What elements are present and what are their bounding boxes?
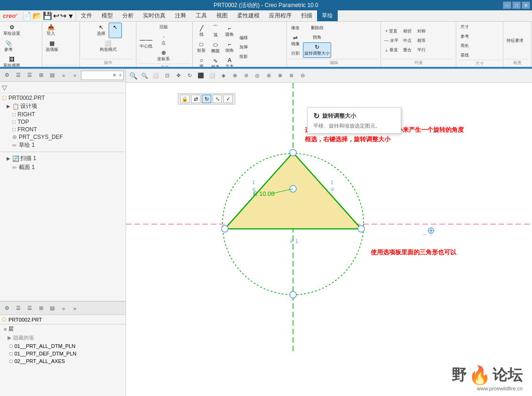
layer-item-2[interactable]: □ 01__PRT_DEF_DTM_PLN (0, 350, 126, 357)
tree-top[interactable]: □ TOP (1, 118, 125, 126)
divide-btn[interactable]: 分割 (289, 49, 302, 58)
vertical-btn[interactable]: + 竖直 (383, 27, 400, 36)
layer-root[interactable]: ⬡ PRT0002.PRT (0, 315, 126, 324)
coordinate-btn[interactable]: ⊕ 坐标系 (156, 48, 171, 64)
import-btn[interactable]: 📥 导入 (44, 23, 57, 38)
menu-applications[interactable]: 应用程序 (264, 10, 296, 21)
vp-zoom-fit[interactable]: ⊡ (162, 71, 172, 81)
layer-settings-btn[interactable]: ⚙ (2, 304, 12, 313)
mini-confirm-btn[interactable]: ✓ (223, 95, 233, 103)
layer-item-3[interactable]: □ 02__PRT_ALL_AXES (0, 357, 126, 365)
tree-search-input[interactable] (81, 73, 111, 78)
sketch-view-btn[interactable]: 🖼 草绘视图 (2, 55, 22, 68)
old-btn[interactable]: 旧版 (156, 23, 171, 32)
delete-btn[interactable]: 删除段 (303, 24, 331, 32)
tree-section[interactable]: ✏ 截面 1 (1, 163, 125, 172)
layer-more-btn[interactable]: » (58, 304, 69, 313)
feature-req-btn[interactable]: 特征要求 (505, 36, 525, 45)
vp-zoom-in[interactable]: 🔍 (128, 71, 138, 81)
tree-expand-btn[interactable]: ⊞ (36, 71, 46, 80)
tree-front[interactable]: □ FRONT (1, 126, 125, 133)
text-btn[interactable]: A文本 (223, 56, 236, 68)
fillet2-btn[interactable]: 拐角 (303, 33, 331, 42)
symmetric-btn[interactable]: 对称 (415, 27, 428, 36)
mini-scale-btn[interactable]: ⤡ (213, 95, 222, 103)
tangent-btn[interactable]: 相切 (401, 27, 414, 36)
maximize-button[interactable]: □ (512, 1, 521, 9)
dimension-btn[interactable]: 尺寸 (458, 23, 471, 32)
horizontal-btn[interactable]: — 水平 (383, 36, 400, 45)
vp-zoom-box[interactable]: ⬜ (151, 71, 161, 81)
arc-btn[interactable]: ⌒弧 (209, 23, 222, 40)
point-btn[interactable]: · 点 (156, 32, 171, 48)
parallel-btn[interactable]: 平行 (415, 46, 428, 55)
hidden-items-row[interactable]: ▶ 隐藏的项 (0, 333, 126, 342)
menu-flex-modeling[interactable]: 柔性建模 (232, 10, 264, 21)
tree-sketch1[interactable]: ✏ 草绘 1 (1, 141, 125, 150)
toolbar-save[interactable]: 💾 (43, 11, 52, 20)
menu-model[interactable]: 模型 (97, 10, 118, 21)
handle-top[interactable] (290, 149, 296, 156)
construct-mode-btn[interactable]: ⬜ 构造模式 (98, 39, 118, 54)
select-active-btn[interactable]: ↖ (109, 23, 122, 38)
mini-lock-btn[interactable]: 🔒 (180, 95, 190, 103)
layer-filter-btn[interactable]: ▤ (47, 304, 57, 313)
tree-more-btn[interactable]: » (58, 71, 69, 80)
mini-move-btn[interactable]: ⇄ (191, 95, 200, 103)
line-btn[interactable]: ╱线 (195, 24, 208, 39)
vp-rotate[interactable]: ↻ (184, 71, 195, 81)
layer-list-btn[interactable]: ☰ (13, 304, 24, 313)
vp-shaded[interactable]: ⬜ (207, 71, 217, 81)
reference-dim-btn[interactable]: 参考 (458, 32, 471, 41)
tree-search-go[interactable]: + (118, 71, 123, 80)
menu-simulation[interactable]: 实时仿真 (138, 10, 170, 21)
tree-root[interactable]: ⬡ PRT0002.PRT (1, 94, 125, 102)
toolbar-new[interactable]: 📄 (22, 11, 32, 20)
toolbar-more[interactable]: ▼ (67, 12, 74, 20)
tree-list2-btn[interactable]: ☰ (24, 71, 35, 80)
equal-btn[interactable]: 相等 (415, 36, 428, 45)
reference-btn[interactable]: 📎 参考 (2, 39, 15, 54)
midpoint-btn[interactable]: 中点 (401, 36, 414, 45)
fillet-btn[interactable]: ⌐圆角 (223, 24, 236, 39)
layer-more2-btn[interactable]: » (70, 304, 80, 313)
vp-display5[interactable]: ⊜ (286, 71, 296, 81)
vp-display1[interactable]: ⊘ (241, 71, 251, 81)
spline-btn[interactable]: ∿样条 (209, 56, 222, 68)
vp-display4[interactable]: ⊗ (275, 71, 285, 81)
layer-item-1[interactable]: □ 01__PRT_ALL_DTM_PLN (0, 342, 126, 350)
mirror-btn[interactable]: ⇌镜像 (289, 33, 302, 48)
menu-scan[interactable]: 扫描 (296, 10, 317, 21)
vp-display6[interactable]: ⊝ (297, 71, 308, 81)
sketch-setup-btn[interactable]: ⚙ 草绘设置 (2, 23, 22, 38)
vp-display2[interactable]: ◎ (252, 71, 262, 81)
vp-zoom-out[interactable]: 🔍 (139, 71, 150, 81)
handle-bottom-circle[interactable] (290, 291, 296, 298)
toolbar-redo[interactable]: ↪ (60, 11, 66, 20)
creo-logo[interactable]: creo° (0, 10, 20, 21)
tree-more2-btn[interactable]: » (70, 71, 80, 80)
close-button[interactable]: ✕ (522, 1, 530, 9)
baseline-btn[interactable]: 基线 (458, 51, 471, 60)
viewport[interactable]: 🔍 🔍 ⬜ ⊡ ✥ ↻ ⬛ ⬜ ◈ ⊕ ⊘ ◎ ⊛ ⊗ ⊜ ⊝ 🔒 ⇄ ↻ (126, 69, 532, 396)
modify-btn[interactable]: 修改 (289, 24, 302, 32)
menu-file[interactable]: 文件 (76, 10, 97, 21)
tree-filter2-btn[interactable]: ▤ (47, 71, 57, 80)
circumference-btn[interactable]: 周长 (458, 41, 471, 50)
mini-rotate-btn[interactable]: ↻ (202, 95, 211, 103)
menu-analysis[interactable]: 分析 (118, 10, 138, 21)
layer-list2-btn[interactable]: ☰ (24, 304, 35, 313)
rectangle-btn[interactable]: □矩形 (195, 40, 208, 55)
chamfer-btn[interactable]: ⌐倒角 (223, 40, 236, 55)
handle-left[interactable] (222, 226, 228, 232)
toolbar-open[interactable]: 📂 (32, 11, 42, 20)
tree-csys[interactable]: ⊕ PRT_CSYS_DEF (1, 133, 125, 141)
vp-pan[interactable]: ✥ (173, 71, 183, 81)
offset-btn[interactable]: 偏移 (237, 33, 250, 42)
circle-btn[interactable]: ○圆 (195, 56, 208, 68)
centerline-btn[interactable]: —·— 中心线 (138, 35, 154, 51)
menu-sketch[interactable]: 草绘 (317, 10, 338, 21)
vp-display3[interactable]: ⊛ (263, 71, 274, 81)
perpendicular-btn[interactable]: ⊥ 垂直 (383, 46, 400, 55)
coincident-btn[interactable]: 重合 (401, 46, 414, 55)
